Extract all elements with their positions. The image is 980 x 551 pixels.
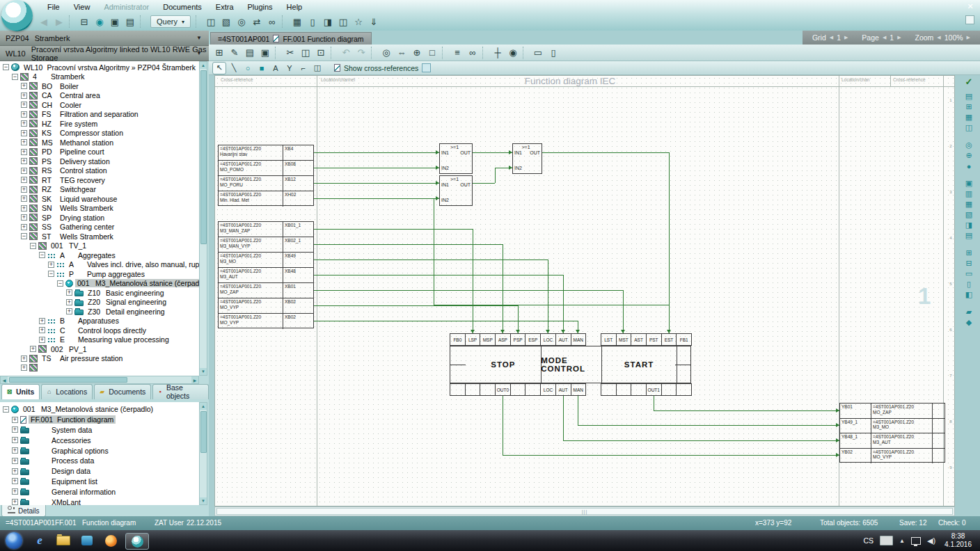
expand-icon[interactable]: + [30, 346, 36, 352]
units-tree-item-z30[interactable]: +Z30Detail engineering [0, 307, 199, 317]
units-tree-item-ks[interactable]: +KSCompressor station [0, 129, 199, 138]
expand-icon[interactable]: + [21, 177, 27, 183]
zoom-in-icon[interactable]: ◎ [379, 46, 393, 60]
side-shade-icon[interactable]: ▧ [963, 209, 975, 220]
collapse-icon[interactable]: − [12, 74, 18, 80]
new-drawing-icon[interactable]: ⊞ [212, 46, 226, 60]
volume-icon[interactable]: ◀) [927, 536, 935, 545]
ellipse-tool-icon[interactable]: ○ [242, 63, 254, 74]
keyboard-layout-icon[interactable] [880, 536, 893, 545]
expand-icon[interactable]: + [12, 478, 18, 484]
menu-help[interactable]: Help [281, 2, 308, 13]
zoom-dynamic-icon[interactable]: ⊕ [410, 46, 424, 60]
rectangle-tool-icon[interactable]: ■ [255, 63, 268, 74]
tab-details[interactable]: Details [1, 505, 46, 517]
collapse-icon[interactable]: − [30, 243, 36, 249]
units-tree-item-fs[interactable]: +FSFiltration and separation [0, 110, 199, 120]
worklayer-selector[interactable]: WL10 Pracovní vrstva Algoritmy linked to… [0, 46, 209, 61]
link-icon[interactable]: ∞ [466, 46, 480, 60]
or-gate-3[interactable]: >=1IN1IN2OUT [512, 143, 542, 174]
device-icon[interactable]: ▯ [306, 15, 319, 29]
expand-icon[interactable]: + [12, 447, 18, 454]
side-symbols-icon[interactable]: ▣ [963, 178, 975, 189]
units-tree-item-st[interactable]: −STWells Stramberk [0, 232, 199, 241]
collapse-icon[interactable]: − [21, 233, 27, 239]
expand-icon[interactable]: + [21, 356, 27, 362]
tab-units[interactable]: ⊠Units [1, 384, 40, 399]
zoom-out-icon[interactable]: ◀ [937, 35, 940, 40]
menu-file[interactable]: File [42, 2, 65, 13]
expand-icon[interactable]: + [39, 318, 45, 324]
view-eye-icon[interactable]: ◉ [506, 46, 520, 60]
side-corner-icon[interactable]: ◧ [963, 289, 975, 300]
function-block[interactable]: FB0LSPMSPASPPSPESPLOCAUTMANLSTMSTASTPSTE… [450, 333, 691, 396]
collapse-icon[interactable]: − [48, 271, 54, 277]
expand-icon[interactable]: + [12, 468, 18, 474]
save-icon[interactable]: ▣ [108, 15, 122, 29]
expand-icon[interactable]: + [21, 111, 27, 118]
tab-base-objects[interactable]: ▪Base objects [152, 384, 209, 399]
expand-icon[interactable]: + [21, 102, 27, 108]
columns-icon[interactable]: ◫ [336, 15, 350, 29]
side-tall-icon[interactable]: ▯ [963, 279, 975, 289]
collapse-icon[interactable]: − [57, 280, 63, 287]
expand-icon[interactable]: + [21, 205, 27, 211]
units-tree-item-ts[interactable]: +TSAir pressure station [0, 354, 199, 364]
expand-icon[interactable]: + [21, 83, 27, 89]
expand-icon[interactable]: + [48, 262, 54, 268]
output-signal-block[interactable]: YB01=4ST001AP001.Z20MO_ZAPYB49_1=4ST001A… [839, 403, 945, 463]
expand-icon[interactable]: + [21, 168, 27, 174]
layers-tool-icon[interactable]: ◫ [311, 63, 324, 74]
save-drawing-icon[interactable]: ▣ [258, 46, 272, 60]
expand-icon[interactable]: + [21, 365, 27, 371]
side-diamond-icon[interactable]: ◆ [963, 317, 975, 328]
units-tree-item-ps[interactable]: +PSDelivery station [0, 157, 199, 166]
units-tree-item-wl10[interactable]: −WL10Pracovní vrstva Algoritmy » PZP04 Š… [0, 63, 199, 72]
expand-icon[interactable]: + [21, 139, 27, 145]
open-project-icon[interactable]: ⊟ [77, 15, 91, 29]
grid-decrease-icon[interactable]: ◀ [830, 35, 833, 40]
pan-hand-icon[interactable]: ⇔ [395, 46, 409, 60]
import-page-icon[interactable]: ▯ [546, 46, 560, 60]
scroll-right-icon[interactable]: ▶ [191, 376, 198, 383]
export-page-icon[interactable]: ▭ [531, 46, 545, 60]
document-tab[interactable]: =4ST001AP001 FF.001 Function diagram [210, 32, 372, 45]
taskbar-media-icon[interactable] [78, 533, 96, 548]
expand-icon[interactable]: + [21, 130, 27, 136]
or-gate-2[interactable]: >=1IN1IN2OUT [439, 175, 473, 206]
units-tree-item[interactable]: + [0, 363, 199, 373]
document-tree-item-equipment[interactable]: +Equipment list [0, 477, 199, 487]
units-tree-item-e[interactable]: +EMeasuring value processing [0, 335, 199, 345]
units-tree-item-sn[interactable]: +SNWells Stramberk [0, 204, 199, 214]
corner-tool-icon[interactable]: ⌐ [297, 63, 310, 74]
diagram-page[interactable]: Cross-reference Location/channel Locatio… [214, 75, 955, 506]
units-tree-item-ca[interactable]: +CACentral area [0, 91, 199, 101]
network-icon[interactable] [911, 537, 921, 545]
side-half-icon[interactable]: ◨ [963, 220, 975, 230]
restore-icon[interactable] [965, 15, 974, 24]
units-tree-item-001[interactable]: −001TV_1 [0, 241, 199, 251]
tab-documents[interactable]: ▰Documents [94, 384, 151, 399]
clock[interactable]: 8:38 4.1.2016 [945, 532, 972, 549]
document-tree-item-process[interactable]: +Process data [0, 456, 199, 466]
print-icon[interactable]: ▤ [123, 15, 137, 29]
input-signal-block-2[interactable]: =4ST001AP001.Z20M3_MAN_ZAPXB01_1=4ST001A… [218, 221, 314, 328]
expand-icon[interactable]: + [66, 308, 72, 314]
units-tree-item-ch[interactable]: +CHCooler [0, 100, 199, 110]
scrollbar-thumb[interactable] [9, 377, 127, 383]
expand-icon[interactable]: + [39, 337, 45, 343]
input-signal-block-1[interactable]: =4ST001AP001.Z20Havarijní stavXB4=4ST001… [218, 145, 314, 206]
scrollbar-thumb[interactable]: ||| [216, 508, 953, 515]
units-tree-item-b[interactable]: +BApparatuses [0, 317, 199, 326]
expand-icon[interactable]: + [21, 158, 27, 164]
copy-icon[interactable]: ◫ [299, 46, 313, 60]
expand-icon[interactable]: + [21, 195, 27, 202]
side-list-icon[interactable]: ▥ [963, 189, 975, 199]
side-target-icon[interactable]: ⊕ [963, 150, 975, 161]
canvas-horizontal-scrollbar[interactable]: ||| [214, 506, 955, 516]
tray-expand-icon[interactable]: ▲ [899, 538, 905, 544]
import-icon[interactable]: ▧ [219, 15, 233, 29]
scrollbar-thumb[interactable] [200, 70, 207, 244]
units-tree-item-sp[interactable]: +SPDrying station [0, 213, 199, 223]
menu-view[interactable]: View [68, 2, 96, 13]
